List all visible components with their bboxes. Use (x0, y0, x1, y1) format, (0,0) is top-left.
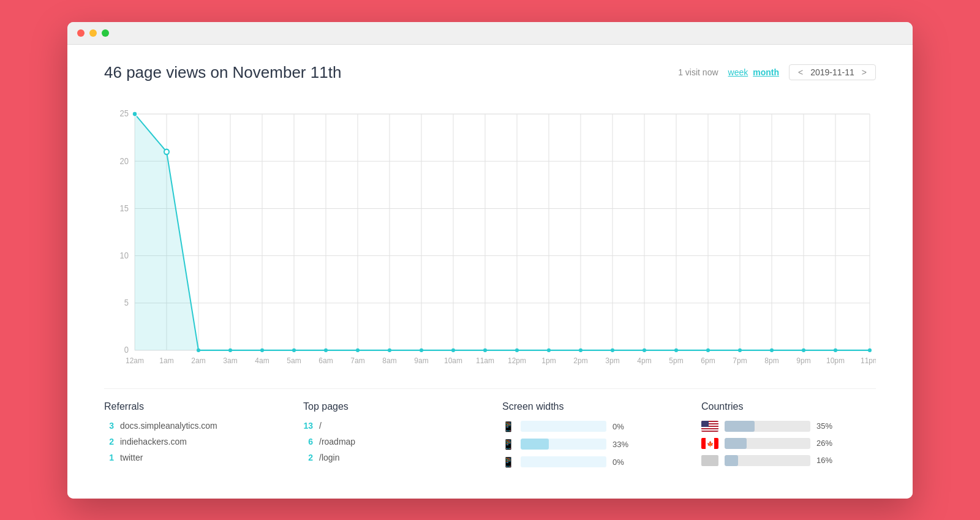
stat-count: 1 (104, 453, 114, 462)
bar-track (521, 421, 606, 432)
stat-count: 13 (303, 421, 313, 431)
chart-point (356, 348, 360, 352)
referrals-title: Referrals (104, 401, 279, 412)
minimize-dot[interactable] (89, 29, 97, 37)
svg-text:1pm: 1pm (541, 356, 556, 364)
header-controls: 1 visit now week month < 2019-11-11 > (678, 64, 876, 80)
list-item: 2 /login (303, 453, 478, 462)
screen-widths-title: Screen widths (502, 401, 677, 412)
top-pages-title: Top pages (303, 401, 478, 412)
month-link[interactable]: month (753, 67, 779, 77)
bar-pct: 26% (816, 439, 839, 448)
countries-title: Countries (701, 401, 876, 412)
stat-label: /login (319, 453, 339, 462)
svg-text:20: 20 (120, 156, 129, 166)
svg-rect-68 (714, 438, 718, 449)
bar-track (725, 421, 810, 432)
svg-text:8pm: 8pm (764, 356, 778, 364)
chart-point (483, 348, 487, 352)
chart-point (802, 348, 805, 352)
svg-text:7am: 7am (350, 356, 364, 364)
bar-fill (521, 439, 549, 450)
svg-text:10pm: 10pm (826, 356, 845, 364)
list-item: 2 indiehackers.com (104, 437, 279, 447)
list-item: 6 /roadmap (303, 437, 478, 447)
svg-text:15: 15 (120, 203, 129, 213)
chart-point (674, 348, 678, 352)
stat-label: /roadmap (319, 437, 355, 447)
chart-point (706, 348, 710, 352)
list-item: 📱 33% (502, 439, 677, 450)
svg-text:9am: 9am (414, 356, 428, 364)
list-item: 📱 0% (502, 421, 677, 432)
bar-pct: 35% (816, 421, 839, 431)
svg-text:10am: 10am (444, 356, 462, 364)
chart-point (868, 348, 872, 352)
referrals-section: Referrals 3 docs.simpleanalytics.com 2 i… (104, 401, 279, 474)
chart-point (388, 348, 391, 352)
flag-ca: 🍁 (701, 438, 718, 449)
svg-rect-63 (701, 427, 718, 428)
svg-text:2pm: 2pm (573, 356, 587, 364)
fullscreen-dot[interactable] (102, 29, 109, 37)
chart-point (228, 348, 232, 352)
stat-count: 3 (104, 421, 114, 431)
list-item: 3 docs.simpleanalytics.com (104, 421, 279, 431)
week-link[interactable]: week (728, 67, 748, 77)
list-item: 📱 0% (502, 456, 677, 468)
chart-point (738, 348, 742, 352)
svg-text:3pm: 3pm (605, 356, 619, 364)
chart-point (132, 111, 137, 116)
list-item: 35% (701, 421, 876, 432)
next-date-button[interactable]: > (859, 67, 869, 77)
chart-fill (135, 114, 870, 350)
page-title: 46 page views on November 11th (104, 63, 341, 82)
top-pages-section: Top pages 13 / 6 /roadmap 2 /login (303, 401, 478, 474)
chart-point (197, 348, 200, 352)
svg-text:8am: 8am (382, 356, 396, 364)
stat-count: 6 (303, 437, 313, 447)
date-nav: < 2019-11-11 > (789, 64, 876, 80)
bar-track (521, 456, 606, 467)
bar-fill (725, 455, 738, 466)
svg-text:1am: 1am (159, 356, 173, 364)
prev-date-button[interactable]: < (796, 67, 805, 77)
chart-svg: 0 5 10 15 20 25 (104, 94, 876, 370)
browser-body: 46 page views on November 11th 1 visit n… (67, 45, 913, 499)
chart-point (547, 348, 551, 352)
svg-text:7pm: 7pm (733, 356, 747, 364)
svg-text:9pm: 9pm (796, 356, 810, 364)
list-item: 16% (701, 455, 876, 466)
bar-pct: 0% (612, 458, 635, 467)
svg-text:5: 5 (124, 298, 129, 307)
browser-chrome (67, 22, 913, 45)
svg-text:0: 0 (124, 345, 129, 355)
bar-pct: 33% (612, 440, 635, 449)
svg-text:25: 25 (120, 109, 129, 119)
chart-point (324, 348, 328, 352)
chart-point (420, 348, 423, 352)
chart-point (164, 149, 169, 154)
stat-label: docs.simpleanalytics.com (120, 421, 217, 431)
bar-track (725, 438, 810, 449)
stats-row: Referrals 3 docs.simpleanalytics.com 2 i… (104, 388, 876, 474)
stat-count: 2 (303, 453, 313, 462)
chart-point (643, 348, 646, 352)
svg-text:12am: 12am (126, 356, 144, 364)
svg-text:🍁: 🍁 (707, 440, 714, 448)
countries-section: Countries (701, 401, 876, 474)
chart-point (451, 348, 455, 352)
svg-text:5am: 5am (287, 356, 301, 364)
flag-us (701, 421, 718, 432)
bar-pct: 16% (816, 456, 839, 465)
list-item: 13 / (303, 421, 478, 431)
mobile-icon-1: 📱 (502, 421, 514, 432)
stat-count: 2 (104, 437, 114, 447)
svg-text:11am: 11am (476, 356, 494, 364)
browser-window: 46 page views on November 11th 1 visit n… (67, 22, 913, 499)
close-dot[interactable] (77, 29, 85, 37)
svg-text:5pm: 5pm (669, 356, 683, 364)
bar-track (725, 455, 810, 466)
chart-point (770, 348, 774, 352)
chart-point (292, 348, 296, 352)
